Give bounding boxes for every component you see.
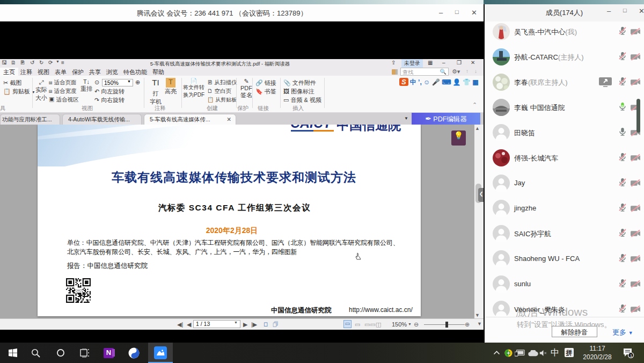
svg-text:1: 1: [630, 353, 633, 358]
svg-text:CAICT: CAICT: [76, 289, 83, 292]
